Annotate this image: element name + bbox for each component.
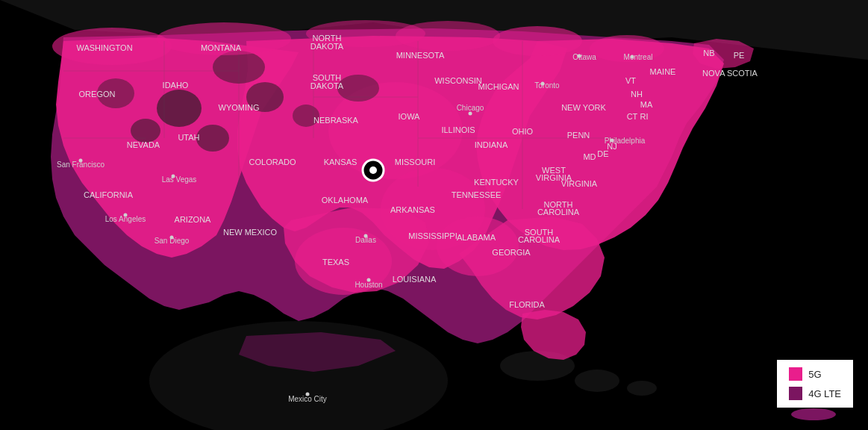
svg-point-44 bbox=[541, 82, 545, 86]
svg-point-10 bbox=[157, 90, 202, 127]
svg-point-23 bbox=[590, 35, 664, 62]
svg-point-22 bbox=[493, 26, 582, 56]
location-dot bbox=[369, 166, 377, 174]
svg-point-19 bbox=[157, 22, 291, 55]
coverage-map: WASHINGTON OREGON CALIFORNIA NEVADA IDAH… bbox=[0, 0, 868, 430]
svg-point-42 bbox=[611, 139, 614, 143]
svg-point-15 bbox=[97, 78, 134, 108]
svg-point-35 bbox=[124, 214, 128, 217]
svg-point-21 bbox=[396, 21, 500, 51]
svg-point-12 bbox=[246, 82, 284, 112]
legend-swatch-4g-lte bbox=[789, 387, 802, 400]
legend-swatch-5g bbox=[789, 367, 802, 381]
svg-point-14 bbox=[131, 119, 160, 143]
svg-point-40 bbox=[306, 393, 310, 396]
svg-point-18 bbox=[52, 28, 172, 65]
svg-point-34 bbox=[79, 159, 83, 163]
legend-label-5g: 5G bbox=[808, 369, 821, 380]
legend-item-4g-lte: 4G LTE bbox=[789, 387, 841, 400]
svg-point-4 bbox=[627, 381, 657, 396]
legend: 5G 4G LTE bbox=[777, 360, 853, 408]
svg-point-37 bbox=[172, 175, 175, 178]
svg-point-3 bbox=[575, 370, 619, 392]
svg-point-5 bbox=[791, 408, 836, 420]
legend-label-4g-lte: 4G LTE bbox=[808, 388, 841, 399]
svg-point-43 bbox=[578, 54, 581, 58]
svg-point-39 bbox=[367, 278, 371, 282]
legend-item-5g: 5G bbox=[789, 367, 841, 381]
svg-point-11 bbox=[196, 125, 229, 152]
svg-point-36 bbox=[170, 236, 174, 240]
svg-point-17 bbox=[337, 75, 379, 102]
svg-point-41 bbox=[469, 112, 472, 116]
map-container: WASHINGTON OREGON CALIFORNIA NEVADA IDAH… bbox=[0, 0, 868, 430]
svg-point-38 bbox=[364, 234, 368, 238]
svg-point-45 bbox=[631, 55, 634, 59]
svg-point-13 bbox=[293, 105, 319, 127]
